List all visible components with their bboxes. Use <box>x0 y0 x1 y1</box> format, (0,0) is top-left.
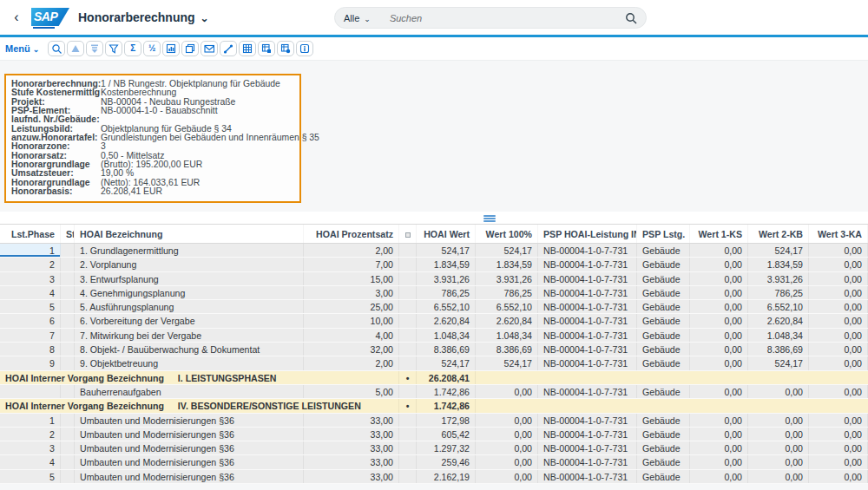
grid-settings-button[interactable] <box>277 41 294 56</box>
cell-proz[interactable]: 33,00 <box>304 428 399 441</box>
cell-w1ks[interactable]: 0,00 <box>690 428 748 441</box>
cell-w100[interactable]: 6.552,10 <box>476 300 538 313</box>
cell-dot[interactable] <box>399 441 417 454</box>
cell-wert[interactable]: 2.162,19 <box>417 470 476 483</box>
cell-w3ka[interactable]: 0,00 <box>809 414 868 427</box>
cell-w2kb[interactable]: 6.552,10 <box>748 300 809 313</box>
column-header-wert[interactable]: HOAI Wert <box>417 225 476 243</box>
cell-w100[interactable]: 3.931,26 <box>476 272 538 285</box>
sum-button[interactable]: Σ <box>124 41 141 56</box>
cell-wert[interactable]: 172,98 <box>417 414 476 427</box>
cell-dot[interactable] <box>399 258 417 271</box>
cell-phase[interactable] <box>0 385 61 398</box>
cell-psp[interactable]: NB-00004-1-0-7-731 <box>538 414 637 427</box>
page-title[interactable]: Honorarberechnung⌄ <box>78 10 209 24</box>
cell-w3ka[interactable]: 0,00 <box>809 356 868 369</box>
cell-w100[interactable]: 524,17 <box>476 244 538 257</box>
cell-dot[interactable] <box>399 470 417 483</box>
column-header-lstg[interactable]: PSP Lstg. <box>637 225 690 243</box>
cell-dot[interactable] <box>399 428 417 441</box>
cell-w1ks[interactable]: 0,00 <box>690 441 748 454</box>
cell-proz[interactable]: 33,00 <box>304 470 399 483</box>
table-row[interactable]: 1Umbauten und Modernisierungen §3633,001… <box>0 414 868 428</box>
cell-bez[interactable]: 8. Objekt- / Bauüberwachung & Dokumentat <box>75 343 304 356</box>
cell-w2kb[interactable]: 1.834,59 <box>748 258 809 271</box>
cell-dot[interactable] <box>399 300 417 313</box>
cell-w100[interactable]: 1.834,59 <box>476 258 538 271</box>
cell-wert[interactable]: 1.834,59 <box>417 258 476 271</box>
table-row[interactable]: 11. Grundlagenermittlung2,00524,17524,17… <box>0 244 868 258</box>
cell-w2kb[interactable]: 0,00 <box>748 455 809 468</box>
cell-w100[interactable]: 8.386,69 <box>476 343 538 356</box>
cell-lstg[interactable]: Gebäude <box>637 356 690 369</box>
cell-proz[interactable]: 33,00 <box>304 455 399 468</box>
cell-w2kb[interactable]: 0,00 <box>748 441 809 454</box>
grid-button[interactable] <box>239 41 256 56</box>
cell-w1ks[interactable]: 0,00 <box>690 272 748 285</box>
cell-st[interactable] <box>61 343 75 356</box>
cell-w100[interactable]: 2.620,84 <box>476 314 538 327</box>
cell-bez[interactable]: Umbauten und Modernisierungen §36 <box>75 455 304 468</box>
cell-psp[interactable]: NB-00004-1-0-7-731 <box>538 470 637 483</box>
cell-lstg[interactable]: Gebäude <box>637 428 690 441</box>
column-header-phase[interactable]: Lst.Phase <box>0 225 61 243</box>
column-header-bez[interactable]: HOAI Bezeichnung <box>75 225 304 243</box>
cell-w2kb[interactable]: 0,00 <box>748 385 809 398</box>
cell-dot[interactable] <box>399 385 417 398</box>
cell-st[interactable] <box>61 314 75 327</box>
cell-w2kb[interactable]: 2.620,84 <box>748 314 809 327</box>
table-row[interactable]: 44. Genehmigungsplanung3,00786,25786,25N… <box>0 286 868 300</box>
cell-st[interactable] <box>61 329 75 342</box>
group-subtotal-row[interactable]: HOAI Interner Vorgang BezeichnungI. LEIS… <box>0 371 868 385</box>
cell-wert[interactable]: 524,17 <box>417 244 476 257</box>
cell-psp[interactable]: NB-00004-1-0-7-731 <box>538 244 637 257</box>
cell-phase[interactable]: 1 <box>0 414 61 427</box>
column-header-w100[interactable]: Wert 100% <box>476 225 538 243</box>
cell-phase[interactable]: 3 <box>0 441 61 454</box>
cell-wert[interactable]: 605,42 <box>417 428 476 441</box>
link-button[interactable] <box>220 41 237 56</box>
cell-wert[interactable]: 786,25 <box>417 286 476 299</box>
cell-lstg[interactable]: Gebäude <box>637 258 690 271</box>
table-row[interactable]: 22. Vorplanung7,001.834,591.834,59NB-000… <box>0 258 868 271</box>
table-row[interactable]: 88. Objekt- / Bauüberwachung & Dokumenta… <box>0 343 868 356</box>
cell-psp[interactable]: NB-00004-1-0-7-731 <box>538 428 637 441</box>
cell-psp[interactable]: NB-00004-1-0-7-731 <box>538 343 637 356</box>
cell-w1ks[interactable]: 0,00 <box>690 385 748 398</box>
cell-phase[interactable]: 1 <box>0 244 61 257</box>
cell-phase[interactable]: 9 <box>0 356 61 369</box>
cell-psp[interactable]: NB-00004-1-0-7-731 <box>538 441 637 454</box>
cell-w100[interactable]: 0,00 <box>476 455 538 468</box>
cell-w3ka[interactable]: 0,00 <box>809 314 868 327</box>
cell-wert[interactable]: 2.620,84 <box>417 314 476 327</box>
cell-psp[interactable]: NB-00004-1-0-7-731 <box>538 329 637 342</box>
cell-dot[interactable] <box>399 314 417 327</box>
menu-button[interactable]: Menü⌄ <box>5 43 39 54</box>
table-row[interactable]: 66. Vorbereitung der Vergabe10,002.620,8… <box>0 314 868 328</box>
cell-lstg[interactable]: Gebäude <box>637 414 690 427</box>
cell-dot[interactable] <box>399 414 417 427</box>
cell-st[interactable] <box>61 258 75 271</box>
cell-wert[interactable]: 8.386,69 <box>417 343 476 356</box>
cell-lstg[interactable]: Gebäude <box>637 300 690 313</box>
grid-export-button[interactable] <box>258 41 275 56</box>
cell-bez[interactable]: 7. Mitwirkung bei der Vergabe <box>75 329 304 342</box>
cell-dot[interactable] <box>399 356 417 369</box>
email-button[interactable] <box>201 41 218 56</box>
copy-view-button[interactable] <box>181 41 199 56</box>
search-button[interactable] <box>48 41 65 56</box>
cell-w3ka[interactable]: 0,00 <box>809 455 868 468</box>
cell-proz[interactable]: 10,00 <box>304 314 399 327</box>
cell-bez[interactable]: 1. Grundlagenermittlung <box>75 244 304 257</box>
cell-w100[interactable]: 0,00 <box>476 385 538 398</box>
cell-bez[interactable]: 6. Vorbereitung der Vergabe <box>75 314 304 327</box>
cell-lstg[interactable]: Gebäude <box>637 455 690 468</box>
table-row[interactable]: 77. Mitwirkung bei der Vergabe4,001.048,… <box>0 329 868 343</box>
column-header-w3ka[interactable]: Wert 3-KA <box>809 225 868 243</box>
cell-w3ka[interactable]: 0,00 <box>809 385 868 398</box>
back-icon[interactable]: ‹ <box>9 9 24 26</box>
cell-lstg[interactable]: Gebäude <box>637 343 690 356</box>
cell-proz[interactable]: 3,00 <box>304 286 399 299</box>
column-grip-icon[interactable] <box>483 215 496 222</box>
cell-dot[interactable] <box>399 286 417 299</box>
